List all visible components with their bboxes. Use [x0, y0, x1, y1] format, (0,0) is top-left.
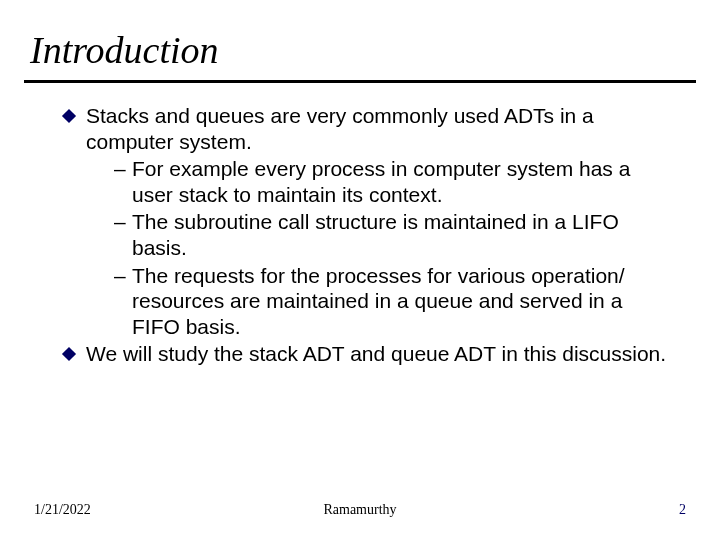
- sub-bullet-item: – The requests for the processes for var…: [114, 263, 672, 340]
- diamond-bullet-icon: [62, 109, 76, 123]
- bullet-item: Stacks and queues are very commonly used…: [86, 103, 672, 339]
- diamond-bullet-icon: [62, 347, 76, 361]
- footer-date: 1/21/2022: [34, 502, 91, 518]
- sub-bullet-text: The requests for the processes for vario…: [132, 264, 625, 338]
- sub-bullet-text: The subroutine call structure is maintai…: [132, 210, 619, 259]
- sub-bullet-item: – For example every process in computer …: [114, 156, 672, 207]
- bullet-text: Stacks and queues are very commonly used…: [86, 103, 672, 154]
- slide-footer: 1/21/2022 Ramamurthy 2: [0, 502, 720, 518]
- title-underline: [24, 80, 696, 83]
- footer-page-number: 2: [679, 502, 686, 518]
- bullet-item: We will study the stack ADT and queue AD…: [86, 341, 672, 367]
- footer-author: Ramamurthy: [323, 502, 396, 518]
- sub-bullet-item: – The subroutine call structure is maint…: [114, 209, 672, 260]
- slide-title: Introduction: [24, 28, 696, 80]
- sub-bullet-text: For example every process in computer sy…: [132, 157, 630, 206]
- slide: Introduction Stacks and queues are very …: [0, 0, 720, 540]
- dash-bullet-icon: –: [114, 263, 126, 289]
- dash-bullet-icon: –: [114, 209, 126, 235]
- dash-bullet-icon: –: [114, 156, 126, 182]
- bullet-text: We will study the stack ADT and queue AD…: [86, 341, 672, 367]
- sub-bullet-list: – For example every process in computer …: [86, 156, 672, 339]
- slide-content: Stacks and queues are very commonly used…: [24, 103, 696, 367]
